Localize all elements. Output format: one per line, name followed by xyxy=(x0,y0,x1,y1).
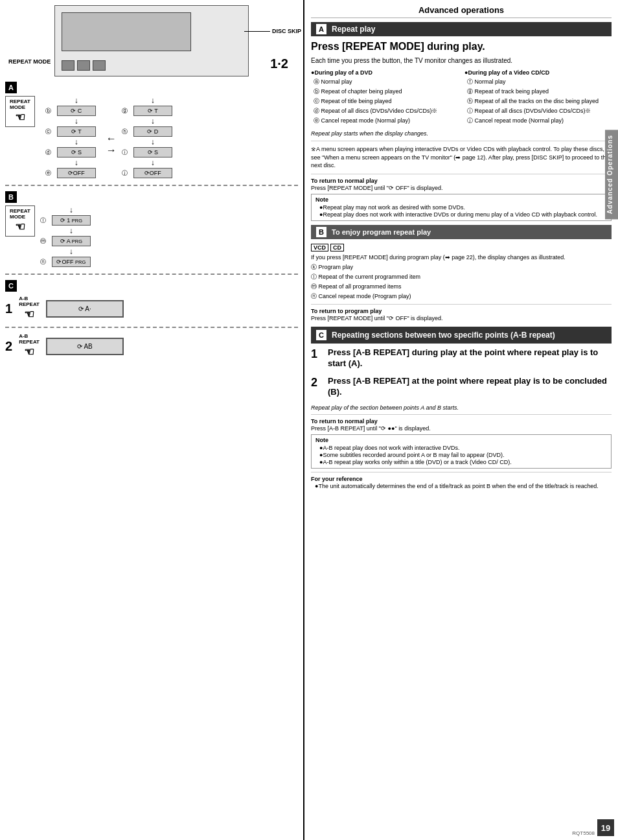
note-item-c3: ●A-B repeat play works only within a tit… xyxy=(315,459,607,465)
dvd-vcd-list: ●During play of a DVD ⓐ Normal play ⓑ Re… xyxy=(311,69,612,126)
section-b-box: B xyxy=(5,191,17,203)
step-e-letter: ⓔ xyxy=(45,169,54,178)
dvd-item-a: ⓐ Normal play xyxy=(311,78,458,86)
display-screen-1: ⟳ A· xyxy=(46,300,124,318)
note-title-a: Note xyxy=(315,196,607,203)
repeat-mode-box-b[interactable]: REPEATMODE ☜ xyxy=(5,205,35,237)
hand-icon-c1: ☜ xyxy=(24,307,34,321)
ab-repeat-box-2[interactable]: A-BREPEAT ☜ xyxy=(19,333,40,359)
to-return-label-c: To return to normal play xyxy=(311,418,612,425)
repeat-mode-label: REPEAT MODE xyxy=(8,58,51,65)
step-c2-right: 2 Press [A-B REPEAT] at the point where … xyxy=(311,376,612,401)
one-two-label: 1·2 xyxy=(270,56,288,71)
divider-c-return xyxy=(311,414,612,415)
b-item-m: ⓜ Repeat of all programmed items xyxy=(311,283,612,291)
section-c-header-text: Repeating sections between two specific … xyxy=(332,331,555,340)
step-c1-row: 1 A-BREPEAT ☜ ⟳ A· xyxy=(5,296,298,321)
repeat-mode-text-b: REPEATMODE xyxy=(10,208,30,220)
step-c2-row: 2 A-BREPEAT ☜ ⟳ AB xyxy=(5,333,298,359)
step-c1-number: 1 xyxy=(5,301,12,316)
to-return-text-b: Press [REPEAT MODE] until "⟳ OFF" is dis… xyxy=(311,315,612,321)
repeat-mode-text-a: REPEATMODE xyxy=(10,99,30,110)
section-a-header-text: Repeat play xyxy=(332,25,375,34)
left-panel: DISC SKIP REPEAT MODE 1·2 A REPEATMODE ☜… xyxy=(0,0,304,840)
step-c2-text: Press [A-B REPEAT] at the point where re… xyxy=(328,376,612,398)
vcd-item-g: ⓖ Repeat of track being played xyxy=(464,88,612,96)
device-buttons xyxy=(62,60,106,71)
b-item-n: ⓝ Cancel repeat mode (Program play) xyxy=(311,292,612,301)
arrow-f: ↓ xyxy=(133,97,172,104)
step-g-display: ⟳ T xyxy=(133,106,172,116)
section-b-header-text: To enjoy program repeat play xyxy=(332,228,431,236)
section-header-c: C Repeating sections between two specifi… xyxy=(311,327,612,344)
steps-b-col: ↓ ⓛ ⟳ 1 PRG ↓ ⓜ ⟳ A PRG ↓ ⓝ ⟳OFF PRG xyxy=(40,205,91,268)
device-image xyxy=(54,5,249,76)
vcd-badge: VCD xyxy=(311,244,328,251)
note-box-c: Note ●A-B repeat play does not work with… xyxy=(311,434,612,469)
section-a-label-row: A xyxy=(5,82,298,93)
step-b-display: ⟳ C xyxy=(57,106,96,116)
dvd-col-title: ●During play of a DVD xyxy=(311,69,458,76)
device-diagram-area: DISC SKIP REPEAT MODE 1·2 xyxy=(5,5,298,76)
section-b-letter: B xyxy=(316,227,326,237)
step-b: ⓑ ⟳ C xyxy=(45,106,96,116)
arrow-b: ↓ xyxy=(57,117,96,125)
b-item-k: ⓚ Program play xyxy=(311,263,612,272)
vcd-item-i: ⓘ Repeat of all discs (DVDs/Video CDs/CD… xyxy=(464,107,612,115)
step-e: ⓔ ⟳OFF xyxy=(45,168,96,178)
to-return-label-b: To return to program play xyxy=(311,308,612,314)
hand-icon-a: ☜ xyxy=(15,110,25,124)
step-c1-right: 1 Press [A-B REPEAT] during play at the … xyxy=(311,347,612,372)
repeat-mode-button-a: REPEATMODE ☜ xyxy=(5,96,35,180)
for-your-ref-item: ●The unit automatically determines the e… xyxy=(311,483,612,489)
hand-icon-b: ☜ xyxy=(15,220,25,234)
step-c2-number: 2 xyxy=(5,339,12,354)
step-i-letter: ⓘ xyxy=(122,148,131,157)
cd-badge: CD xyxy=(330,244,344,251)
arrow-h: ↓ xyxy=(133,138,172,146)
step-e-display: ⟳OFF xyxy=(57,168,96,178)
cycle-arrows: ←→ xyxy=(106,109,117,180)
section-c-label-row: C xyxy=(5,280,298,292)
step-l: ⓛ ⟳ 1 PRG xyxy=(40,215,91,226)
section-header-b: B To enjoy program repeat play xyxy=(311,225,612,239)
page-number: 19 xyxy=(597,819,614,836)
step-m-display: ⟳ A PRG xyxy=(52,236,91,246)
step-d: ⓓ ⟳ S xyxy=(45,147,96,158)
step-c1-text: Press [A-B REPEAT] during play at the po… xyxy=(328,347,612,369)
for-your-ref-label: For your reference xyxy=(311,476,612,482)
step-j-letter: ⓙ xyxy=(122,169,131,178)
note-item-a1: ●Repeat play may not work as desired wit… xyxy=(315,204,607,211)
ab-repeat-text-2: A-BREPEAT xyxy=(19,333,40,345)
vcd-cd-badges: VCD CD xyxy=(311,244,344,251)
adv-ops-title: Advanced operations xyxy=(311,5,612,18)
asterisk-text: ※A menu screen appears when playing inte… xyxy=(311,145,612,170)
vcd-col-title: ●During play of a Video CD/CD xyxy=(464,69,612,76)
display-screen-2: ⟳ AB xyxy=(46,338,124,355)
step-i: ⓘ ⟳ S xyxy=(122,147,172,158)
step-m: ⓜ ⟳ A PRG xyxy=(40,236,91,246)
button1[interactable] xyxy=(62,60,74,71)
hand-icon-c2: ☜ xyxy=(24,345,34,359)
arrow-d: ↓ xyxy=(57,159,96,167)
step-h: ⓗ ⟳ D xyxy=(122,126,172,137)
divider-bc xyxy=(5,274,298,275)
rqt-code: RQT5508 xyxy=(572,830,595,836)
repeat-mode-button-b: REPEATMODE ☜ xyxy=(5,205,35,268)
ab-repeat-box-1[interactable]: A-BREPEAT ☜ xyxy=(19,296,40,321)
dvd-col: ●During play of a DVD ⓐ Normal play ⓑ Re… xyxy=(311,69,458,126)
step-j-display: ⟳OFF xyxy=(133,168,172,178)
arrow-m: ↓ xyxy=(52,248,91,255)
step-n-display: ⟳OFF PRG xyxy=(52,257,91,267)
b-item-l: ⓛ Repeat of the current programmed item xyxy=(311,273,612,281)
repeat-mode-box-a[interactable]: REPEATMODE ☜ xyxy=(5,96,35,127)
button3[interactable] xyxy=(93,60,106,71)
divider-after-repeat-starts xyxy=(311,141,612,141)
vcd-item-j: ⓙ Cancel repeat mode (Normal play) xyxy=(464,117,612,125)
divider-after-asterisk xyxy=(311,174,612,174)
step-c: ⓒ ⟳ T xyxy=(45,126,96,137)
if-you-text: If you press [REPEAT MODE] during progra… xyxy=(311,254,612,261)
button2[interactable] xyxy=(77,60,90,71)
vertical-advanced-ops-label: Advanced Operations xyxy=(605,130,618,219)
section-header-a: A Repeat play xyxy=(311,22,612,36)
